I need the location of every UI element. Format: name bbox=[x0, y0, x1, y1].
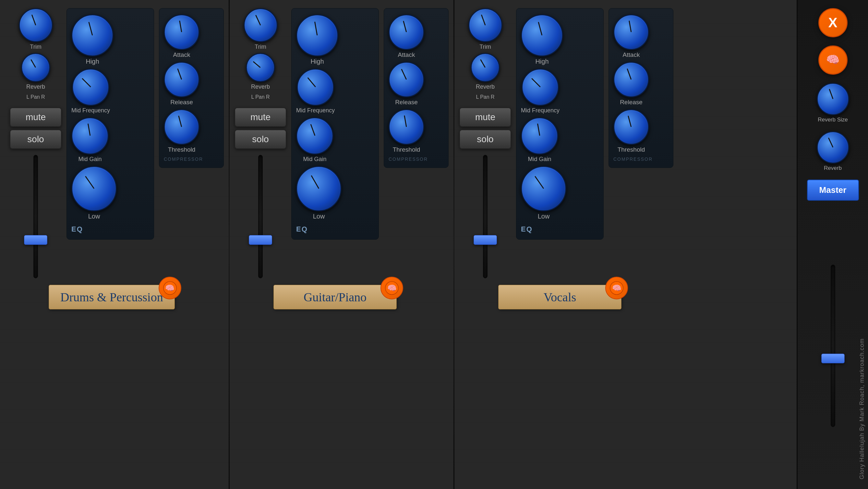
guitar-solo-button[interactable]: solo bbox=[235, 130, 286, 149]
vocals-fader-area bbox=[483, 155, 488, 278]
vocals-high-knob[interactable] bbox=[521, 14, 563, 57]
vocals-low-knob[interactable] bbox=[521, 166, 566, 211]
drums-low-label: Low bbox=[88, 213, 100, 220]
app-container: Trim Reverb L Pan R mute solo bbox=[0, 0, 868, 489]
guitar-reverb-label: Reverb bbox=[251, 83, 270, 90]
guitar-reverb-knob[interactable] bbox=[246, 53, 275, 82]
guitar-high-knob[interactable] bbox=[296, 14, 338, 57]
vocals-solo-button[interactable]: solo bbox=[459, 130, 511, 149]
master-fader-handle[interactable] bbox=[821, 354, 845, 363]
vocals-threshold-knob[interactable] bbox=[613, 109, 649, 145]
drums-channel-name: Drums & Percussion bbox=[49, 285, 175, 310]
drums-threshold-knob[interactable] bbox=[164, 109, 199, 145]
drums-solo-button[interactable]: solo bbox=[10, 130, 62, 149]
guitar-fader-handle[interactable] bbox=[249, 235, 272, 245]
guitar-release-label: Release bbox=[395, 99, 418, 106]
guitar-release-knob[interactable] bbox=[389, 62, 424, 97]
vocals-release-knob-wrapper: Release bbox=[613, 62, 649, 106]
drums-fader-track[interactable] bbox=[33, 155, 38, 278]
vocals-fader-track[interactable] bbox=[483, 155, 488, 278]
guitar-threshold-knob[interactable] bbox=[389, 109, 424, 145]
divider-2 bbox=[454, 0, 455, 489]
drums-trim-label: Trim bbox=[30, 44, 41, 50]
guitar-mute-button[interactable]: mute bbox=[235, 108, 286, 127]
drums-release-knob[interactable] bbox=[164, 62, 199, 97]
guitar-attack-knob[interactable] bbox=[389, 14, 424, 50]
drums-midfreq-knob-wrapper: Mid Frequency bbox=[71, 68, 110, 114]
spacer bbox=[677, 0, 797, 489]
svg-text:🧠: 🧠 bbox=[165, 284, 175, 292]
vocals-midgain-knob-wrapper: Mid Gain bbox=[521, 117, 558, 163]
vocals-mute-button[interactable]: mute bbox=[459, 108, 511, 127]
drums-pan-label: L Pan R bbox=[26, 94, 45, 100]
vocals-brain-button[interactable]: 🧠 bbox=[605, 277, 628, 299]
vocals-midgain-knob[interactable] bbox=[521, 117, 558, 154]
drums-reverb-knob[interactable] bbox=[21, 53, 50, 82]
guitar-low-label: Low bbox=[313, 213, 325, 220]
right-sidebar: X 🧠 Reverb Size Reverb Master bbox=[797, 0, 868, 489]
guitar-eq-label: EQ bbox=[296, 225, 308, 233]
vocals-high-knob-wrapper: High bbox=[521, 14, 563, 65]
vocals-fader-handle[interactable] bbox=[473, 235, 497, 245]
guitar-midgain-knob[interactable] bbox=[296, 117, 334, 154]
drums-attack-knob[interactable] bbox=[164, 14, 199, 50]
master-reverb-size-label: Reverb Size bbox=[818, 117, 848, 123]
drums-eq-panel: High Mid Frequency Mid Gain bbox=[66, 8, 154, 240]
divider-1 bbox=[229, 0, 230, 489]
master-reverb-label: Reverb bbox=[824, 165, 842, 171]
master-button[interactable]: Master bbox=[807, 179, 859, 201]
vocals-midgain-label: Mid Gain bbox=[528, 156, 551, 163]
drums-attack-knob-wrapper: Attack bbox=[164, 14, 199, 58]
drums-trim-knob[interactable] bbox=[19, 8, 53, 42]
vocals-threshold-label: Threshold bbox=[618, 146, 645, 153]
vocals-attack-knob[interactable] bbox=[613, 14, 649, 50]
master-fader-area bbox=[831, 209, 835, 483]
master-fader-track[interactable] bbox=[831, 265, 835, 427]
master-reverb-size-wrapper: Reverb Size bbox=[817, 83, 849, 123]
vocals-midfreq-knob[interactable] bbox=[522, 68, 559, 106]
vocals-reverb-knob[interactable] bbox=[471, 53, 500, 82]
guitar-pan-label: L Pan R bbox=[251, 94, 270, 100]
guitar-brain-button[interactable]: 🧠 bbox=[380, 277, 403, 299]
vocals-eq-label: EQ bbox=[521, 225, 533, 233]
drums-release-knob-wrapper: Release bbox=[164, 62, 199, 106]
drums-high-knob-wrapper: High bbox=[71, 14, 114, 65]
drums-midgain-knob-wrapper: Mid Gain bbox=[71, 117, 108, 163]
guitar-high-knob-wrapper: High bbox=[296, 14, 338, 65]
master-brain-button[interactable]: 🧠 bbox=[818, 46, 847, 75]
drums-eq-label: EQ bbox=[71, 225, 83, 233]
drums-low-knob[interactable] bbox=[71, 166, 117, 211]
vocals-trim-knob[interactable] bbox=[468, 8, 502, 42]
close-button[interactable]: X bbox=[818, 8, 847, 37]
drums-midfreq-knob[interactable] bbox=[72, 68, 109, 106]
drums-midgain-knob[interactable] bbox=[71, 117, 108, 154]
guitar-midfreq-knob[interactable] bbox=[297, 68, 334, 106]
vocals-high-label: High bbox=[535, 58, 549, 65]
guitar-midgain-knob-wrapper: Mid Gain bbox=[296, 117, 334, 163]
guitar-fader-track[interactable] bbox=[258, 155, 263, 278]
drums-trim-knob-wrapper: Trim bbox=[19, 8, 53, 50]
drums-fader-handle[interactable] bbox=[24, 235, 48, 245]
drums-compressor-label: COMPRESSOR bbox=[164, 156, 203, 162]
guitar-fader-area bbox=[258, 155, 263, 278]
vocals-threshold-knob-wrapper: Threshold bbox=[613, 109, 649, 153]
drums-low-knob-wrapper: Low bbox=[71, 166, 117, 220]
vocals-release-knob[interactable] bbox=[613, 62, 649, 97]
guitar-low-knob[interactable] bbox=[296, 166, 342, 211]
master-reverb-size-knob[interactable] bbox=[817, 83, 849, 115]
drums-fader-area bbox=[33, 155, 38, 278]
vocals-attack-knob-wrapper: Attack bbox=[613, 14, 649, 58]
drums-compressor-panel: Attack Release Threshold COMPRESSOR bbox=[159, 8, 224, 168]
guitar-release-knob-wrapper: Release bbox=[389, 62, 424, 106]
drums-midfreq-label: Mid Frequency bbox=[71, 107, 110, 114]
drums-attack-label: Attack bbox=[173, 51, 190, 58]
vocals-low-label: Low bbox=[538, 213, 550, 220]
guitar-attack-knob-wrapper: Attack bbox=[389, 14, 424, 58]
guitar-threshold-knob-wrapper: Threshold bbox=[389, 109, 424, 153]
master-reverb-knob[interactable] bbox=[817, 131, 849, 164]
guitar-trim-knob[interactable] bbox=[244, 8, 278, 42]
drums-brain-button[interactable]: 🧠 bbox=[159, 277, 181, 299]
drums-high-knob[interactable] bbox=[71, 14, 114, 57]
vocals-reverb-label: Reverb bbox=[476, 83, 495, 90]
drums-mute-button[interactable]: mute bbox=[10, 108, 62, 127]
